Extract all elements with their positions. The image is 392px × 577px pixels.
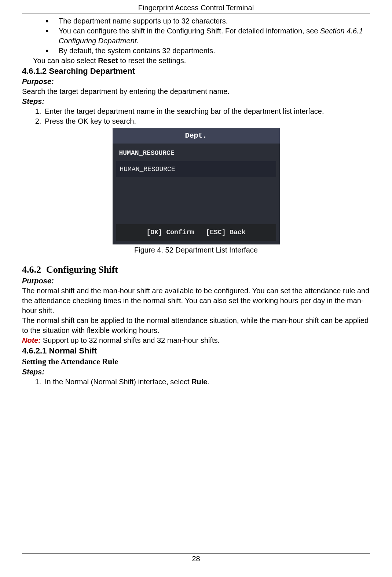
text: . xyxy=(207,378,209,386)
department-notes-list: The department name supports up to 32 ch… xyxy=(45,16,370,56)
text: to reset the settings. xyxy=(118,57,186,65)
purpose-text: Search the target department by entering… xyxy=(22,87,370,97)
note-label: Note: xyxy=(22,336,41,344)
heading-title: Configuring Shift xyxy=(46,264,118,275)
purpose-label: Purpose: xyxy=(22,276,370,286)
page-footer: 28 xyxy=(0,554,392,563)
list-item: In the Normal (Normal Shift) interface, … xyxy=(43,377,370,387)
steps-label: Steps: xyxy=(22,367,370,377)
page-number: 28 xyxy=(192,555,200,563)
reset-note: You can also select Reset to reset the s… xyxy=(33,56,370,66)
device-footer: [OK] Confirm [ESC] Back xyxy=(116,224,276,240)
heading-4-6-2: 4.6.2Configuring Shift xyxy=(22,263,370,276)
list-item: You can configure the shift in the Confi… xyxy=(45,26,370,46)
heading-setting-attendance-rule: Setting the Attendance Rule xyxy=(22,356,370,367)
steps-list: In the Normal (Normal Shift) interface, … xyxy=(43,377,370,387)
device-result-row: HUMAN_RESOURCE xyxy=(116,161,276,177)
rule-keyword: Rule xyxy=(191,378,207,386)
heading-4-6-2-1: 4.6.2.1 Normal Shift xyxy=(22,345,370,356)
device-ok-hint: [OK] Confirm xyxy=(146,229,194,236)
device-title: Dept. xyxy=(113,128,280,144)
text: . xyxy=(136,37,139,45)
list-item: The department name supports up to 32 ch… xyxy=(45,16,370,26)
device-screenshot: Dept. HUMAN_RESOURCE HUMAN_RESOURCE [OK]… xyxy=(113,128,280,244)
purpose-label: Purpose: xyxy=(22,77,370,87)
text: You can also select xyxy=(33,57,98,65)
heading-4-6-1-2: 4.6.1.2 Searching Department xyxy=(22,66,370,77)
purpose-paragraph: The normal shift and the man-hour shift … xyxy=(22,286,370,316)
device-search-value: HUMAN_RESOURCE xyxy=(113,144,280,161)
steps-list: Enter the target department name in the … xyxy=(43,106,370,126)
device-esc-hint: [ESC] Back xyxy=(206,229,246,236)
list-item: Press the OK key to search. xyxy=(43,116,370,126)
note-line: Note: Support up to 32 normal shifts and… xyxy=(22,335,370,345)
steps-label: Steps: xyxy=(22,97,370,106)
device-empty-area xyxy=(113,177,280,224)
purpose-paragraph: The normal shift can be applied to the n… xyxy=(22,316,370,335)
figure-caption: Figure 4. 52 Department List Interface xyxy=(22,245,370,255)
text: In the Normal (Normal Shift) interface, … xyxy=(45,378,191,386)
reset-keyword: Reset xyxy=(98,57,118,65)
document-header: Fingerprint Access Control Terminal xyxy=(22,0,370,14)
footer-divider xyxy=(22,554,370,554)
heading-number: 4.6.2 xyxy=(22,264,41,275)
list-item: By default, the system contains 32 depar… xyxy=(45,46,370,56)
figure-4-52: Dept. HUMAN_RESOURCE HUMAN_RESOURCE [OK]… xyxy=(22,128,370,255)
note-text: Support up to 32 normal shifts and 32 ma… xyxy=(41,336,220,344)
list-item: Enter the target department name in the … xyxy=(43,106,370,116)
text: You can configure the shift in the Confi… xyxy=(59,27,320,35)
